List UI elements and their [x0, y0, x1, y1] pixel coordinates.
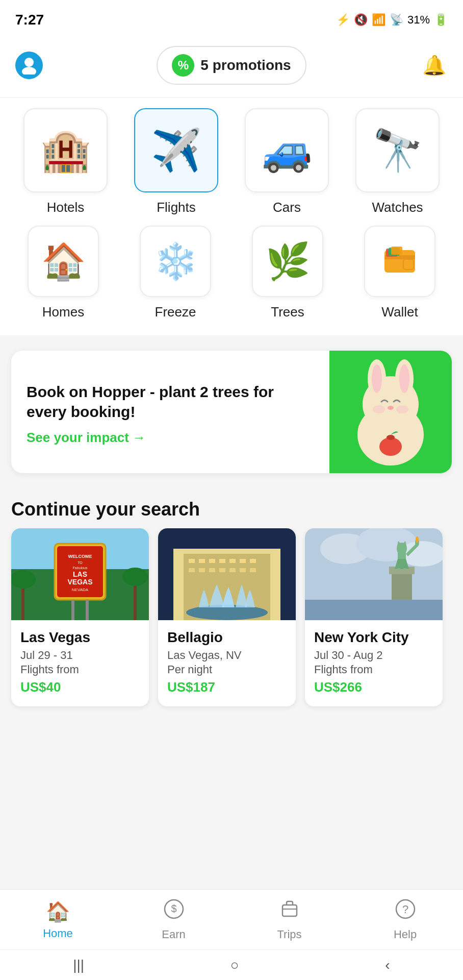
- freeze-icon-box: ❄️: [140, 226, 211, 297]
- continue-search-section: Continue your search WELCOME TO Fabulous…: [0, 488, 463, 722]
- hotels-icon-box: 🏨: [23, 108, 108, 192]
- nav-trips[interactable]: Trips: [259, 899, 320, 941]
- signal-icon: 📡: [390, 13, 403, 27]
- search-cards-container: WELCOME TO Fabulous LAS VEGAS NEVADA: [0, 528, 463, 722]
- nyc-title: New York City: [314, 629, 433, 646]
- freeze-label: Freeze: [155, 304, 196, 320]
- svg-rect-48: [189, 568, 195, 572]
- svg-rect-33: [86, 600, 89, 620]
- battery-icon: 🔋: [434, 13, 448, 27]
- svg-rect-43: [209, 559, 215, 563]
- promo-banner[interactable]: Book on Hopper - plant 2 trees for every…: [11, 351, 452, 473]
- notification-bell-icon[interactable]: 🔔: [420, 52, 448, 79]
- help-nav-icon: ?: [395, 899, 416, 924]
- nyc-card-body: New York City Jul 30 - Aug 2 Flights fro…: [305, 620, 443, 706]
- nyc-detail: Flights from: [314, 663, 433, 676]
- svg-point-1: [22, 67, 36, 75]
- bottom-navigation: 🏠 Home $ Earn Trips ? Help: [0, 889, 463, 949]
- wallet-label: Wallet: [381, 304, 418, 320]
- svg-text:NEVADA: NEVADA: [72, 587, 89, 592]
- bellagio-title: Bellagio: [167, 629, 287, 646]
- promotions-badge[interactable]: % 5 promotions: [157, 46, 306, 85]
- category-row-1: 🏨 Hotels ✈️ Flights 🚙 Cars 🔭 Watches: [10, 108, 453, 215]
- promotions-text: 5 promotions: [200, 57, 291, 74]
- svg-point-0: [24, 58, 34, 67]
- category-item-homes[interactable]: 🏠 Homes: [22, 226, 104, 320]
- svg-point-16: [396, 405, 408, 413]
- mute-icon: 🔇: [354, 13, 368, 27]
- svg-rect-42: [199, 559, 205, 563]
- android-home-button[interactable]: ○: [230, 957, 239, 973]
- bellagio-image: [158, 528, 296, 620]
- nav-help[interactable]: ? Help: [375, 899, 436, 941]
- category-item-cars[interactable]: 🚙 Cars: [239, 108, 336, 215]
- svg-rect-50: [209, 568, 215, 572]
- android-back-button[interactable]: ‹: [385, 957, 390, 973]
- bellagio-location: Las Vegas, NV: [167, 649, 287, 662]
- home-nav-icon: 🏠: [46, 900, 70, 923]
- search-card-bellagio[interactable]: Bellagio Las Vegas, NV Per night US$187: [158, 528, 296, 706]
- category-item-hotels[interactable]: 🏨 Hotels: [17, 108, 114, 215]
- nyc-price: US$266: [314, 679, 433, 695]
- svg-rect-69: [282, 905, 297, 916]
- svg-text:VEGAS: VEGAS: [67, 578, 92, 586]
- svg-point-13: [399, 364, 409, 393]
- trips-nav-icon: [279, 899, 300, 924]
- svg-point-66: [416, 536, 419, 543]
- las-vegas-card-body: Las Vegas Jul 29 - 31 Flights from US$40: [11, 620, 149, 706]
- svg-rect-41: [189, 559, 195, 563]
- svg-point-35: [11, 570, 36, 589]
- flights-label: Flights: [157, 200, 196, 215]
- nav-home[interactable]: 🏠 Home: [28, 900, 89, 940]
- svg-rect-51: [219, 568, 225, 572]
- header: % 5 promotions 🔔: [0, 36, 463, 97]
- svg-point-37: [122, 568, 148, 586]
- svg-rect-45: [229, 559, 236, 563]
- hopper-bunny-icon: [332, 351, 449, 468]
- search-card-las-vegas[interactable]: WELCOME TO Fabulous LAS VEGAS NEVADA: [11, 528, 149, 706]
- homes-label: Homes: [42, 304, 84, 320]
- promo-link[interactable]: See your impact →: [27, 430, 314, 446]
- svg-text:?: ?: [402, 903, 408, 916]
- wifi-icon: 📶: [372, 13, 385, 27]
- svg-text:TO: TO: [78, 561, 83, 565]
- promo-tag-icon: %: [172, 54, 194, 77]
- battery-indicator: 31%: [407, 13, 430, 27]
- las-vegas-price: US$40: [20, 679, 140, 695]
- category-item-trees[interactable]: 🌿 Trees: [247, 226, 328, 320]
- category-item-flights[interactable]: ✈️ Flights: [128, 108, 225, 215]
- android-recent-button[interactable]: |||: [73, 957, 84, 973]
- bellagio-price: US$187: [167, 679, 287, 695]
- svg-rect-44: [219, 559, 225, 563]
- trips-nav-label: Trips: [277, 928, 301, 941]
- svg-rect-7: [391, 247, 402, 255]
- svg-point-21: [387, 435, 395, 440]
- watches-label: Watches: [372, 200, 423, 215]
- nyc-image: [305, 528, 443, 620]
- category-item-wallet[interactable]: Wallet: [359, 226, 441, 320]
- homes-icon-box: 🏠: [28, 226, 99, 297]
- category-item-watches[interactable]: 🔭 Watches: [349, 108, 446, 215]
- svg-rect-60: [305, 600, 443, 620]
- trees-label: Trees: [271, 304, 304, 320]
- svg-text:Fabulous: Fabulous: [73, 566, 88, 570]
- promo-title: Book on Hopper - plant 2 trees for every…: [27, 382, 314, 422]
- watches-icon-box: 🔭: [355, 108, 440, 192]
- flights-icon-box: ✈️: [134, 108, 218, 192]
- nyc-dates: Jul 30 - Aug 2: [314, 649, 433, 662]
- nav-earn[interactable]: $ Earn: [143, 899, 204, 941]
- svg-text:LAS: LAS: [73, 570, 87, 578]
- search-card-nyc[interactable]: New York City Jul 30 - Aug 2 Flights fro…: [305, 528, 443, 706]
- las-vegas-detail: Flights from: [20, 663, 140, 676]
- category-item-freeze[interactable]: ❄️ Freeze: [135, 226, 216, 320]
- category-row-2: 🏠 Homes ❄️ Freeze 🌿 Trees: [10, 226, 453, 320]
- earn-nav-icon: $: [164, 899, 184, 924]
- promo-text-area: Book on Hopper - plant 2 trees for every…: [11, 351, 329, 473]
- user-avatar[interactable]: [15, 52, 43, 79]
- las-vegas-dates: Jul 29 - 31: [20, 649, 140, 662]
- svg-point-11: [372, 364, 382, 393]
- help-nav-label: Help: [394, 928, 417, 941]
- svg-text:WELCOME: WELCOME: [68, 554, 92, 559]
- svg-point-14: [388, 406, 394, 410]
- svg-rect-54: [250, 568, 256, 572]
